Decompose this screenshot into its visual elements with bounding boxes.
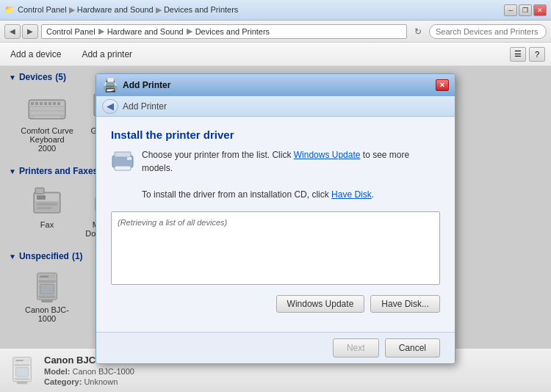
category-label: Category: [44,377,82,386]
address-nav: ◀ ▶ [4,24,38,39]
add-printer-button[interactable]: Add a printer [77,47,137,62]
toolbar: Add a device Add a printer ☰ ? [0,43,551,66]
dialog-heading: Install the printer driver [111,128,440,141]
windows-update-button[interactable]: Windows Update [276,295,365,313]
model-label: Model: [44,367,70,376]
dialog-back-button[interactable]: ◀ [102,99,118,114]
dialog-action-row: Windows Update Have Disk... [111,295,440,313]
cancel-button[interactable]: Cancel [385,338,440,357]
help-button[interactable]: ? [529,47,545,62]
title-bar: 📁 Control Panel ▶ Hardware and Sound ▶ D… [0,0,551,21]
dialog-overlay: 🖨️ Add Printer ✕ ◀ Add Printer Install t… [0,66,551,348]
status-icon-svg [10,356,34,385]
search-input[interactable] [429,24,547,39]
svg-rect-47 [17,381,27,383]
dialog-description-text: Choose your printer from the list. Click… [142,148,440,201]
retrieving-text: (Retrieving a list of all devices) [118,218,227,227]
title-bar-controls: ─ ❐ ✕ [504,4,547,16]
add-device-button[interactable]: Add a device [6,47,65,62]
address-bar: ◀ ▶ Control Panel ▶ Hardware and Sound ▶… [0,21,551,43]
dialog-printer-image [111,148,134,172]
dialog-nav-bar: ◀ Add Printer [96,96,455,117]
dialog-description-area: Choose your printer from the list. Click… [111,148,440,201]
device-list-box[interactable]: (Retrieving a list of all devices) [111,211,440,285]
svg-rect-38 [115,152,131,157]
status-device-icon [9,353,35,388]
add-printer-dialog: 🖨️ Add Printer ✕ ◀ Add Printer Install t… [96,73,455,364]
svg-rect-39 [115,166,131,170]
main-content: ▼ Devices (5) [0,66,551,348]
refresh-button[interactable]: ↻ [410,24,426,39]
have-disk-link[interactable]: Have Disk [331,189,372,200]
path-control-panel: Control Panel [46,27,96,36]
printer-small-icon: 🖨️ [102,77,118,93]
folder-icon: 📁 [4,5,15,15]
dialog-close-button[interactable]: ✕ [436,79,449,91]
svg-rect-43 [15,360,23,361]
toolbar-right: ☰ ? [510,47,545,62]
status-category: Category: Unknown [44,377,134,386]
next-button[interactable]: Next [333,338,379,357]
dialog-body: Install the printer driver Choose your p… [96,117,455,332]
dialog-titlebar: 🖨️ Add Printer ✕ [96,74,455,96]
close-window-button[interactable]: ✕ [533,4,547,16]
minimize-button[interactable]: ─ [504,4,517,16]
printer-icon-large [111,148,134,172]
model-value: Canon BJC-1000 [73,367,134,376]
status-model: Model: Canon BJC-1000 [44,367,134,376]
svg-rect-40 [127,157,132,160]
back-button[interactable]: ◀ [4,24,21,39]
svg-rect-45 [15,367,28,376]
svg-rect-44 [15,363,30,366]
dialog-footer: Next Cancel [96,332,455,363]
have-disk-button[interactable]: Have Disk... [370,295,440,313]
category-value: Unknown [84,377,118,386]
forward-button[interactable]: ▶ [22,24,38,39]
windows-update-link[interactable]: Windows Update [294,150,361,160]
dialog-title-text: Add Printer [123,80,431,90]
address-path-box[interactable]: Control Panel ▶ Hardware and Sound ▶ Dev… [41,24,407,39]
svg-rect-46 [15,377,30,380]
address-path-label: Control Panel ▶ Hardware and Sound ▶ Dev… [18,5,238,15]
view-toggle-button[interactable]: ☰ [510,47,526,62]
add-printer-nav-label: Add Printer [123,101,167,112]
title-bar-left: 📁 Control Panel ▶ Hardware and Sound ▶ D… [4,5,238,15]
restore-button[interactable]: ❐ [519,4,532,16]
path-hardware-sound: Hardware and Sound [107,27,184,36]
path-devices-printers: Devices and Printers [195,27,270,36]
